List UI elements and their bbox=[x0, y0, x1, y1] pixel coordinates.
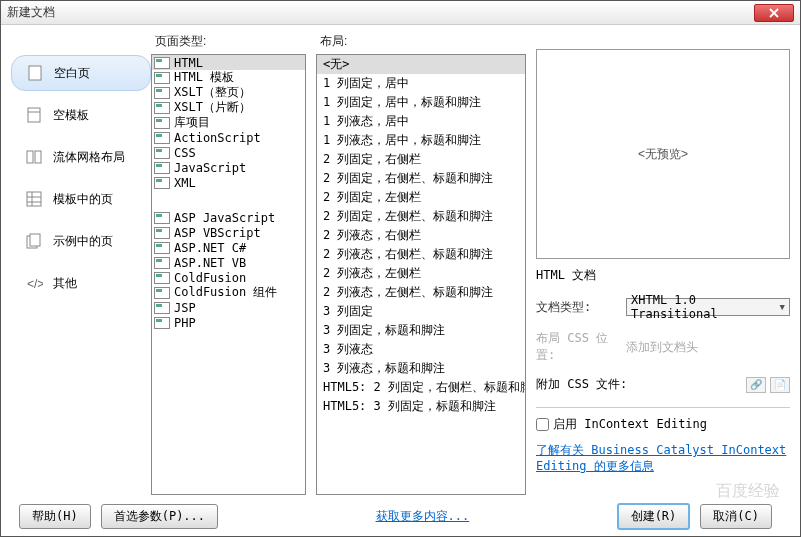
page-type-item[interactable]: ASP.NET C# bbox=[152, 240, 305, 255]
page-type-item[interactable]: XSLT（整页） bbox=[152, 85, 305, 100]
doctype-label: 文档类型: bbox=[536, 299, 626, 316]
right-panel: <无预览> HTML 文档 文档类型: XHTML 1.0 Transition… bbox=[536, 31, 790, 495]
doctype-value: XHTML 1.0 Transitional bbox=[631, 293, 780, 321]
layout-item[interactable]: 2 列固定，右侧栏 bbox=[317, 150, 525, 169]
layout-css-value: 添加到文档头 bbox=[626, 339, 698, 356]
dialog-title: 新建文档 bbox=[7, 4, 754, 21]
layout-item[interactable]: HTML5: 3 列固定，标题和脚注 bbox=[317, 397, 525, 416]
page-type-label: JSP bbox=[174, 301, 196, 315]
svg-rect-1 bbox=[28, 108, 40, 122]
page-type-item[interactable]: PHP bbox=[152, 315, 305, 330]
page-type-item[interactable]: ASP.NET VB bbox=[152, 255, 305, 270]
layout-item[interactable]: 2 列固定，左侧栏 bbox=[317, 188, 525, 207]
file-icon bbox=[154, 177, 170, 189]
sidebar-item-label: 模板中的页 bbox=[53, 191, 113, 208]
sidebar-item-1[interactable]: 空模板 bbox=[11, 97, 151, 133]
sidebar-item-4[interactable]: 示例中的页 bbox=[11, 223, 151, 259]
folder-icon: 📄 bbox=[774, 379, 786, 390]
sidebar-item-label: 示例中的页 bbox=[53, 233, 113, 250]
page-type-item[interactable]: HTML 模板 bbox=[152, 70, 305, 85]
page-type-item[interactable]: CSS bbox=[152, 145, 305, 160]
sidebar-item-0[interactable]: 空白页 bbox=[11, 55, 151, 91]
enable-ice-checkbox[interactable] bbox=[536, 418, 549, 431]
svg-rect-0 bbox=[29, 66, 41, 80]
layout-item[interactable]: 3 列液态 bbox=[317, 340, 525, 359]
browse-css-button[interactable]: 📄 bbox=[770, 377, 790, 393]
page-type-item[interactable]: ColdFusion bbox=[152, 270, 305, 285]
layout-css-row: 布局 CSS 位置: 添加到文档头 bbox=[536, 330, 790, 364]
layout-item[interactable]: 3 列液态，标题和脚注 bbox=[317, 359, 525, 378]
layout-item[interactable]: 1 列液态，居中 bbox=[317, 112, 525, 131]
sidebar-icon bbox=[25, 232, 43, 250]
link-icon: 🔗 bbox=[750, 379, 762, 390]
page-type-label: PHP bbox=[174, 316, 196, 330]
page-type-item[interactable]: XSLT（片断） bbox=[152, 100, 305, 115]
layout-item[interactable]: 3 列固定，标题和脚注 bbox=[317, 321, 525, 340]
sidebar-item-2[interactable]: 流体网格布局 bbox=[11, 139, 151, 175]
layout-item[interactable]: <无> bbox=[317, 55, 525, 74]
ice-learn-more-link[interactable]: 了解有关 Business Catalyst InContext Editing… bbox=[536, 443, 790, 474]
preferences-button[interactable]: 首选参数(P)... bbox=[101, 504, 218, 529]
file-icon bbox=[154, 257, 170, 269]
file-icon bbox=[154, 317, 170, 329]
sidebar-item-5[interactable]: </>其他 bbox=[11, 265, 151, 301]
enable-ice-label: 启用 InContext Editing bbox=[553, 416, 707, 433]
page-types-list[interactable]: HTMLHTML 模板XSLT（整页）XSLT（片断）库项目ActionScri… bbox=[151, 54, 306, 495]
sidebar-item-3[interactable]: 模板中的页 bbox=[11, 181, 151, 217]
layout-item[interactable]: 2 列液态，左侧栏、标题和脚注 bbox=[317, 283, 525, 302]
page-type-label: XML bbox=[174, 176, 196, 190]
layout-item[interactable]: 2 列液态，左侧栏 bbox=[317, 264, 525, 283]
sidebar-item-label: 其他 bbox=[53, 275, 77, 292]
page-type-label: ASP JavaScript bbox=[174, 211, 275, 225]
layout-item[interactable]: 1 列固定，居中，标题和脚注 bbox=[317, 93, 525, 112]
layout-item[interactable]: 2 列液态，右侧栏 bbox=[317, 226, 525, 245]
preview-box: <无预览> bbox=[536, 49, 790, 259]
page-type-item[interactable]: 库项目 bbox=[152, 115, 305, 130]
file-icon bbox=[154, 242, 170, 254]
layout-item[interactable]: 1 列液态，居中，标题和脚注 bbox=[317, 131, 525, 150]
page-type-item[interactable]: JSP bbox=[152, 300, 305, 315]
layouts-header: 布局: bbox=[316, 31, 526, 54]
create-button[interactable]: 创建(R) bbox=[617, 503, 691, 530]
page-type-item[interactable]: ActionScript bbox=[152, 130, 305, 145]
page-type-item[interactable]: HTML bbox=[152, 55, 305, 70]
ice-checkbox-row: 启用 InContext Editing bbox=[536, 416, 790, 433]
file-icon bbox=[154, 57, 170, 69]
layout-item[interactable]: 2 列固定，左侧栏、标题和脚注 bbox=[317, 207, 525, 226]
page-type-item[interactable]: ColdFusion 组件 bbox=[152, 285, 305, 300]
layout-css-label: 布局 CSS 位置: bbox=[536, 330, 626, 364]
link-css-button[interactable]: 🔗 bbox=[746, 377, 766, 393]
page-types-header: 页面类型: bbox=[151, 31, 306, 54]
file-icon bbox=[154, 212, 170, 224]
layouts-list[interactable]: <无>1 列固定，居中1 列固定，居中，标题和脚注1 列液态，居中1 列液态，居… bbox=[316, 54, 526, 495]
file-icon bbox=[154, 72, 170, 84]
doctype-select[interactable]: XHTML 1.0 Transitional ▼ bbox=[626, 298, 790, 316]
sidebar-icon bbox=[25, 148, 43, 166]
page-type-item[interactable]: ASP JavaScript bbox=[152, 210, 305, 225]
layout-item[interactable]: 2 列液态，右侧栏、标题和脚注 bbox=[317, 245, 525, 264]
sidebar-icon bbox=[25, 106, 43, 124]
page-type-label: ColdFusion bbox=[174, 271, 246, 285]
category-sidebar: 空白页空模板流体网格布局模板中的页示例中的页</>其他 bbox=[11, 31, 151, 495]
close-button[interactable] bbox=[754, 4, 794, 22]
get-more-content-link[interactable]: 获取更多内容... bbox=[376, 508, 470, 525]
page-type-label: ASP VBScript bbox=[174, 226, 261, 240]
page-type-item[interactable]: XML bbox=[152, 175, 305, 190]
svg-rect-5 bbox=[27, 192, 41, 206]
layout-item[interactable]: HTML5: 2 列固定，右侧栏、标题和脚注 bbox=[317, 378, 525, 397]
page-type-item[interactable]: ASP VBScript bbox=[152, 225, 305, 240]
sidebar-icon bbox=[26, 64, 44, 82]
file-icon bbox=[154, 132, 170, 144]
sidebar-item-label: 空白页 bbox=[54, 65, 90, 82]
cancel-button[interactable]: 取消(C) bbox=[700, 504, 772, 529]
page-type-item[interactable]: JavaScript bbox=[152, 160, 305, 175]
sidebar-icon: </> bbox=[25, 274, 43, 292]
help-button[interactable]: 帮助(H) bbox=[19, 504, 91, 529]
file-icon bbox=[154, 162, 170, 174]
chevron-down-icon: ▼ bbox=[780, 302, 785, 312]
layout-item[interactable]: 1 列固定，居中 bbox=[317, 74, 525, 93]
doc-type-description: HTML 文档 bbox=[536, 267, 790, 284]
layout-item[interactable]: 2 列固定，右侧栏、标题和脚注 bbox=[317, 169, 525, 188]
page-type-label: ASP.NET C# bbox=[174, 241, 246, 255]
layout-item[interactable]: 3 列固定 bbox=[317, 302, 525, 321]
